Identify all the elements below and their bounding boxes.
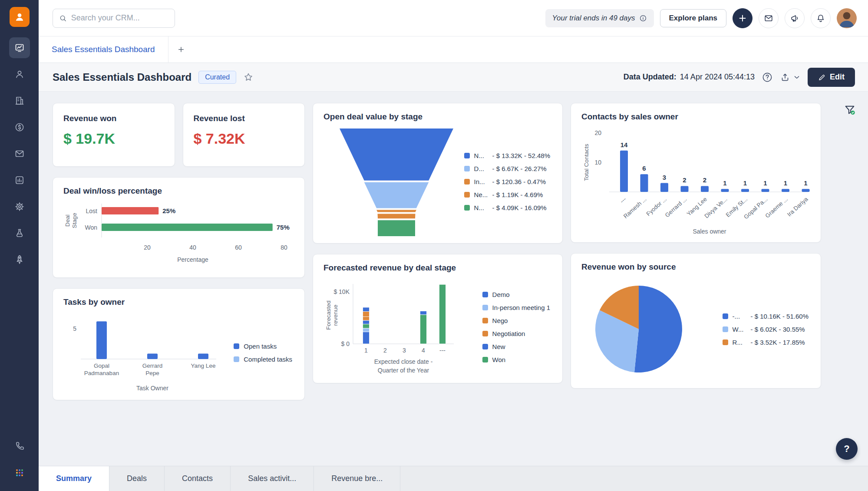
svg-text:Lost: Lost	[86, 208, 98, 214]
sidebar-item-deals[interactable]	[9, 117, 30, 138]
quick-add-button[interactable]	[733, 8, 752, 28]
chart-legend: -...- $ 10.16K - 51.60%W...- $ 6.02K - 3…	[723, 313, 810, 346]
export-chevron-button[interactable]	[793, 73, 801, 81]
legend-item: Demo	[482, 291, 550, 298]
sidebar-item-rocket[interactable]	[9, 249, 30, 270]
sidebar-item-dashboard[interactable]	[9, 37, 30, 58]
sidebar-item-settings[interactable]	[9, 196, 30, 217]
tab-sales-essentials-dashboard[interactable]: Sales Essentials Dashboard	[39, 36, 168, 63]
legend-label: N...	[474, 204, 488, 211]
card-title: Forecasted revenue by deal stage	[323, 263, 552, 273]
svg-text:Gerrard ...: Gerrard ...	[664, 196, 688, 218]
data-updated: Data Updated:14 Apr 2024 05:44:13	[624, 72, 755, 82]
bottom-tab-contacts[interactable]: Contacts	[165, 466, 231, 491]
dashboard-filters-button[interactable]	[844, 104, 856, 116]
search-box[interactable]	[53, 9, 175, 28]
revenue-won-card: Revenue won $ 19.7K	[53, 103, 175, 167]
legend-label: Ne...	[474, 191, 488, 198]
data-updated-label: Data Updated:	[624, 72, 677, 81]
bottom-tab-deals[interactable]: Deals	[109, 466, 165, 491]
legend-label: Won	[492, 356, 506, 363]
dashboard-content: Revenue won $ 19.7K Revenue lost $ 7.32K…	[39, 92, 868, 466]
revenue-won-value: $ 19.7K	[63, 130, 164, 147]
notifications-button[interactable]	[811, 8, 831, 28]
svg-text:Won: Won	[85, 224, 97, 231]
add-tab-button[interactable]	[168, 36, 194, 63]
user-avatar[interactable]	[837, 8, 857, 28]
bottom-tab-summary[interactable]: Summary	[39, 466, 109, 491]
svg-text:Ira Dariya: Ira Dariya	[786, 196, 809, 218]
help-button[interactable]	[762, 72, 773, 83]
svg-text:Percentage: Percentage	[177, 256, 208, 263]
bottom-tab-bar: SummaryDealsContactsSales activit...Reve…	[39, 466, 868, 491]
svg-text:Gopal: Gopal	[94, 362, 109, 369]
page-header-actions: Data Updated:14 Apr 2024 05:44:13	[624, 68, 855, 87]
bottom-tab-sales-activit[interactable]: Sales activit...	[231, 466, 314, 491]
deal-win-loss-chart: DealStageLostWon25%75%20406080Percentage	[63, 201, 294, 270]
revenue-lost-card: Revenue lost $ 7.32K	[183, 103, 305, 167]
svg-text:80: 80	[281, 244, 287, 251]
svg-text:Total Contacts: Total Contacts	[583, 144, 590, 181]
help-fab-button[interactable]: ?	[836, 438, 858, 460]
svg-text:75%: 75%	[277, 224, 290, 231]
bottom-tab-revenue-bre[interactable]: Revenue bre...	[314, 466, 400, 491]
trial-banner: Your trial ends in 49 days	[545, 9, 654, 27]
sidebar-item-phone[interactable]	[9, 436, 30, 457]
dashboard-column-3: Contacts by sales owner Total Contacts10…	[571, 103, 821, 466]
explore-plans-button[interactable]: Explore plans	[660, 9, 726, 27]
sidebar-item-email[interactable]	[9, 143, 30, 164]
email-inbox-button[interactable]	[759, 8, 779, 28]
legend-item: Completed tasks	[234, 356, 292, 363]
legend-item: Ne...- $ 1.19K - 4.69%	[464, 191, 550, 198]
legend-label: Demo	[492, 291, 510, 298]
svg-text:25%: 25%	[162, 207, 175, 214]
revenue-lost-value: $ 7.32K	[194, 130, 294, 147]
legend-label: D...	[474, 165, 488, 172]
chart-legend: N...- $ 13.32K - 52.48%D...- $ 6.67K - 2…	[464, 152, 552, 211]
envelope-icon	[14, 148, 25, 159]
legend-swatch	[482, 305, 488, 310]
legend-value: - $ 3.52K - 17.85%	[751, 339, 805, 346]
topbar-actions: Your trial ends in 49 days Explore plans	[545, 8, 857, 28]
svg-text:1: 1	[763, 179, 767, 187]
bell-icon	[816, 13, 825, 23]
plus-icon	[738, 13, 747, 23]
freshworks-logo[interactable]	[10, 7, 30, 27]
chart-legend: DemoIn-person meeting 1NegoNegotiationNe…	[482, 291, 552, 363]
legend-label: Open tasks	[244, 343, 277, 350]
svg-text:$ 10K: $ 10K	[333, 288, 350, 295]
legend-item: In...- $ 120.36 - 0.47%	[464, 178, 550, 185]
info-icon[interactable]	[639, 14, 647, 22]
svg-text:40: 40	[189, 244, 196, 251]
legend-swatch	[482, 331, 488, 336]
svg-text:1: 1	[743, 179, 747, 187]
edit-dashboard-button[interactable]: Edit	[808, 68, 855, 87]
search-input[interactable]	[71, 13, 168, 23]
sidebar-item-accounts[interactable]	[9, 90, 30, 111]
favorite-star-button[interactable]	[243, 72, 254, 82]
legend-swatch	[464, 153, 470, 158]
sidebar-item-analytics[interactable]	[9, 170, 30, 191]
svg-text:1: 1	[723, 179, 726, 187]
svg-text:1: 1	[364, 347, 368, 354]
whats-new-button[interactable]	[785, 8, 805, 28]
card-title: Open deal value by stage	[323, 112, 552, 122]
legend-value: - $ 13.32K - 52.48%	[492, 152, 550, 159]
svg-text:Graeme ...: Graeme ...	[764, 196, 789, 219]
legend-swatch	[723, 326, 728, 332]
star-icon	[243, 72, 254, 82]
sidebar-item-contacts[interactable]	[9, 64, 30, 85]
curated-badge: Curated	[198, 71, 236, 84]
export-share-button[interactable]	[780, 72, 790, 82]
dashboard-column-2: Open deal value by stage N...- $ 13.32K …	[313, 103, 563, 466]
svg-text:20: 20	[594, 129, 601, 136]
legend-label: W...	[733, 326, 746, 333]
open-deal-funnel-chart: N...- $ 13.32K - 52.48%D...- $ 6.67K - 2…	[323, 127, 552, 236]
svg-text:Expected close date -: Expected close date -	[374, 358, 433, 365]
sidebar-item-labs[interactable]	[9, 223, 30, 244]
sidebar-item-app-switcher[interactable]	[9, 462, 30, 483]
legend-label: New	[492, 343, 505, 350]
svg-text:3: 3	[663, 174, 666, 181]
flask-icon	[14, 228, 25, 238]
svg-text:Padmanaban: Padmanaban	[84, 370, 119, 376]
